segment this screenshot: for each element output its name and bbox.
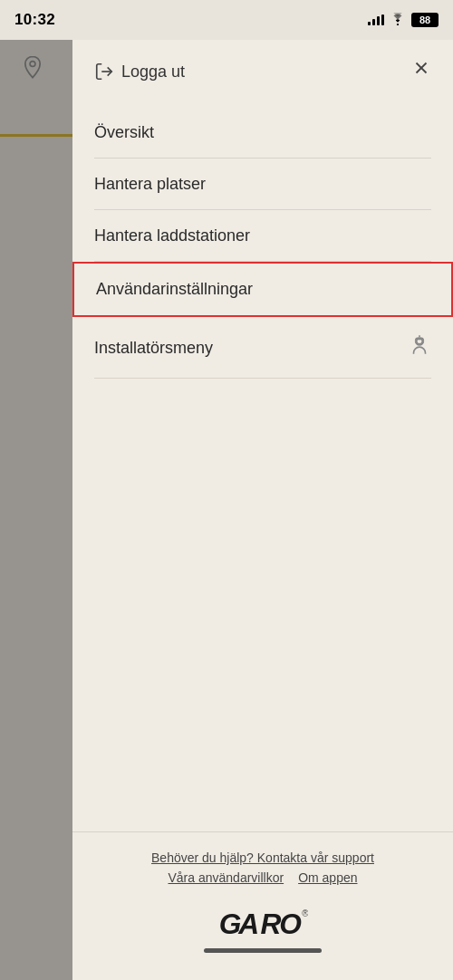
signal-bar-3 — [377, 16, 380, 25]
signal-bar-1 — [368, 22, 371, 25]
menu-item-installatorsmeny-label: Installatörsmeny — [94, 339, 213, 358]
drawer-header: Logga ut — [72, 40, 453, 100]
status-icons: 88 — [368, 13, 439, 28]
menu-item-anvandarinstallningar[interactable]: Användarinställningar — [72, 262, 453, 317]
menu-item-hantera-laddstationer[interactable]: Hantera laddstationer — [72, 210, 453, 262]
menu-item-hantera-laddstationer-label: Hantera laddstationer — [94, 226, 250, 245]
footer-links-row: Våra användarvillkor Om appen — [94, 870, 431, 885]
worker-icon — [408, 333, 431, 362]
menu-item-oversikt-label: Översikt — [94, 123, 154, 142]
svg-text:O: O — [279, 908, 302, 940]
menu-list: Översikt Hantera platser Hantera laddsta… — [72, 100, 453, 831]
menu-item-installatorsmeny[interactable]: Installatörsmeny — [72, 317, 453, 379]
signal-bar-2 — [372, 19, 375, 25]
battery-icon: 88 — [411, 13, 439, 27]
svg-text:A: A — [237, 908, 259, 940]
drawer-footer: Behöver du hjälp? Kontakta vår support V… — [72, 831, 453, 980]
home-indicator — [204, 948, 322, 953]
footer-links: Behöver du hjälp? Kontakta vår support V… — [94, 850, 431, 885]
signal-bars-icon — [368, 14, 384, 25]
wifi-icon — [390, 13, 406, 28]
help-link[interactable]: Behöver du hjälp? Kontakta vår support — [94, 850, 431, 865]
close-button[interactable] — [411, 58, 431, 82]
about-link[interactable]: Om appen — [298, 870, 357, 885]
status-time: 10:32 — [14, 11, 55, 29]
signal-bar-4 — [381, 14, 384, 25]
svg-text:R: R — [261, 908, 282, 940]
status-bar: 10:32 88 — [0, 0, 453, 40]
svg-point-1 — [397, 23, 399, 24]
menu-item-hantera-platser[interactable]: Hantera platser — [72, 159, 453, 210]
garo-logo-svg: G A R O ® — [217, 903, 308, 941]
menu-item-anvandarinstallningar-label: Användarinställningar — [96, 280, 253, 299]
svg-text:®: ® — [302, 908, 308, 918]
garo-logo: G A R O ® — [94, 903, 431, 941]
logout-icon — [94, 62, 114, 82]
menu-item-hantera-platser-label: Hantera platser — [94, 175, 206, 194]
terms-link[interactable]: Våra användarvillkor — [169, 870, 284, 885]
logout-button[interactable]: Logga ut — [94, 58, 185, 85]
menu-item-oversikt[interactable]: Översikt — [72, 107, 453, 159]
navigation-drawer: Logga ut Översikt Hantera platser Hanter… — [72, 40, 453, 980]
logout-label: Logga ut — [121, 62, 185, 82]
